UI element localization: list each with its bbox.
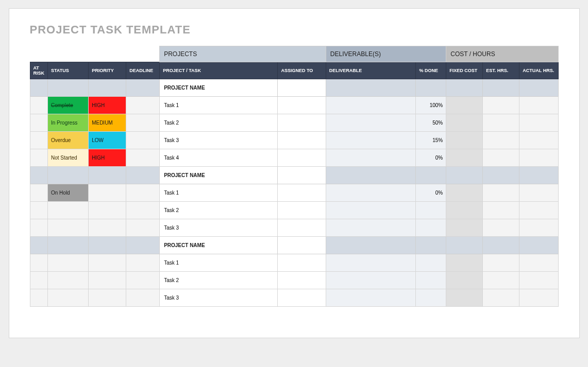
cell-deadline[interactable]	[126, 219, 160, 237]
cell-priority[interactable]	[89, 254, 126, 272]
cell-done[interactable]	[416, 219, 446, 237]
cell-priority[interactable]: HIGH	[89, 97, 126, 114]
cell-est[interactable]	[483, 167, 519, 184]
cell-atrisk[interactable]	[30, 184, 48, 202]
cell-actual[interactable]	[519, 167, 558, 184]
cell-priority[interactable]	[89, 202, 126, 219]
cell-actual[interactable]	[519, 237, 558, 254]
cell-task[interactable]: Task 3	[160, 219, 278, 237]
cell-task[interactable]: Task 1	[160, 184, 278, 202]
cell-done[interactable]	[416, 202, 446, 219]
cell-fixed[interactable]	[446, 202, 483, 219]
cell-atrisk[interactable]	[30, 237, 48, 254]
cell-est[interactable]	[483, 79, 519, 97]
cell-fixed[interactable]	[446, 97, 483, 114]
cell-atrisk[interactable]	[30, 97, 48, 114]
cell-est[interactable]	[483, 272, 519, 289]
cell-done[interactable]: 0%	[416, 149, 446, 167]
cell-fixed[interactable]	[446, 132, 483, 149]
cell-priority[interactable]: MEDIUM	[89, 114, 126, 132]
cell-deadline[interactable]	[126, 289, 160, 307]
cell-done[interactable]	[416, 167, 446, 184]
cell-deadline[interactable]	[126, 149, 160, 167]
cell-est[interactable]	[483, 132, 519, 149]
cell-priority[interactable]	[89, 237, 126, 254]
cell-est[interactable]	[483, 254, 519, 272]
cell-deadline[interactable]	[126, 97, 160, 114]
cell-assigned[interactable]	[278, 202, 326, 219]
cell-fixed[interactable]	[446, 272, 483, 289]
cell-deadline[interactable]	[126, 184, 160, 202]
cell-status[interactable]: In Progress	[48, 114, 89, 132]
cell-fixed[interactable]	[446, 114, 483, 132]
cell-atrisk[interactable]	[30, 167, 48, 184]
cell-status[interactable]: Overdue	[48, 132, 89, 149]
cell-assigned[interactable]	[278, 289, 326, 307]
cell-atrisk[interactable]	[30, 289, 48, 307]
cell-actual[interactable]	[519, 97, 558, 114]
cell-deadline[interactable]	[126, 272, 160, 289]
cell-priority[interactable]	[89, 167, 126, 184]
cell-deliverable[interactable]	[326, 132, 416, 149]
cell-fixed[interactable]	[446, 254, 483, 272]
section-name[interactable]: PROJECT NAME	[160, 167, 278, 184]
cell-assigned[interactable]	[278, 167, 326, 184]
cell-deliverable[interactable]	[326, 237, 416, 254]
cell-actual[interactable]	[519, 149, 558, 167]
cell-priority[interactable]	[89, 272, 126, 289]
cell-deadline[interactable]	[126, 254, 160, 272]
cell-deliverable[interactable]	[326, 167, 416, 184]
cell-assigned[interactable]	[278, 184, 326, 202]
cell-done[interactable]: 100%	[416, 97, 446, 114]
cell-atrisk[interactable]	[30, 114, 48, 132]
cell-assigned[interactable]	[278, 272, 326, 289]
cell-est[interactable]	[483, 149, 519, 167]
cell-actual[interactable]	[519, 289, 558, 307]
cell-done[interactable]	[416, 272, 446, 289]
cell-task[interactable]: Task 2	[160, 114, 278, 132]
cell-done[interactable]	[416, 237, 446, 254]
cell-task[interactable]: Task 2	[160, 202, 278, 219]
cell-task[interactable]: Task 3	[160, 132, 278, 149]
cell-atrisk[interactable]	[30, 272, 48, 289]
cell-fixed[interactable]	[446, 184, 483, 202]
cell-assigned[interactable]	[278, 114, 326, 132]
cell-status[interactable]: Not Started	[48, 149, 89, 167]
cell-priority[interactable]	[89, 219, 126, 237]
cell-assigned[interactable]	[278, 237, 326, 254]
cell-task[interactable]: Task 1	[160, 254, 278, 272]
cell-done[interactable]: 50%	[416, 114, 446, 132]
cell-priority[interactable]: LOW	[89, 132, 126, 149]
cell-fixed[interactable]	[446, 289, 483, 307]
cell-atrisk[interactable]	[30, 132, 48, 149]
cell-status[interactable]	[48, 254, 89, 272]
section-name[interactable]: PROJECT NAME	[160, 237, 278, 254]
cell-deliverable[interactable]	[326, 289, 416, 307]
cell-done[interactable]: 0%	[416, 184, 446, 202]
cell-done[interactable]: 15%	[416, 132, 446, 149]
cell-actual[interactable]	[519, 219, 558, 237]
cell-actual[interactable]	[519, 114, 558, 132]
cell-status[interactable]	[48, 202, 89, 219]
cell-fixed[interactable]	[446, 149, 483, 167]
cell-actual[interactable]	[519, 272, 558, 289]
cell-actual[interactable]	[519, 254, 558, 272]
cell-est[interactable]	[483, 202, 519, 219]
cell-deliverable[interactable]	[326, 254, 416, 272]
cell-priority[interactable]	[89, 184, 126, 202]
cell-atrisk[interactable]	[30, 149, 48, 167]
cell-assigned[interactable]	[278, 219, 326, 237]
cell-status[interactable]: Complete	[48, 97, 89, 114]
cell-assigned[interactable]	[278, 97, 326, 114]
cell-est[interactable]	[483, 114, 519, 132]
cell-priority[interactable]: HIGH	[89, 149, 126, 167]
cell-assigned[interactable]	[278, 149, 326, 167]
cell-deliverable[interactable]	[326, 97, 416, 114]
cell-status[interactable]	[48, 272, 89, 289]
cell-est[interactable]	[483, 219, 519, 237]
cell-deliverable[interactable]	[326, 114, 416, 132]
cell-task[interactable]: Task 2	[160, 272, 278, 289]
cell-actual[interactable]	[519, 132, 558, 149]
cell-status[interactable]: On Hold	[48, 184, 89, 202]
cell-deliverable[interactable]	[326, 272, 416, 289]
